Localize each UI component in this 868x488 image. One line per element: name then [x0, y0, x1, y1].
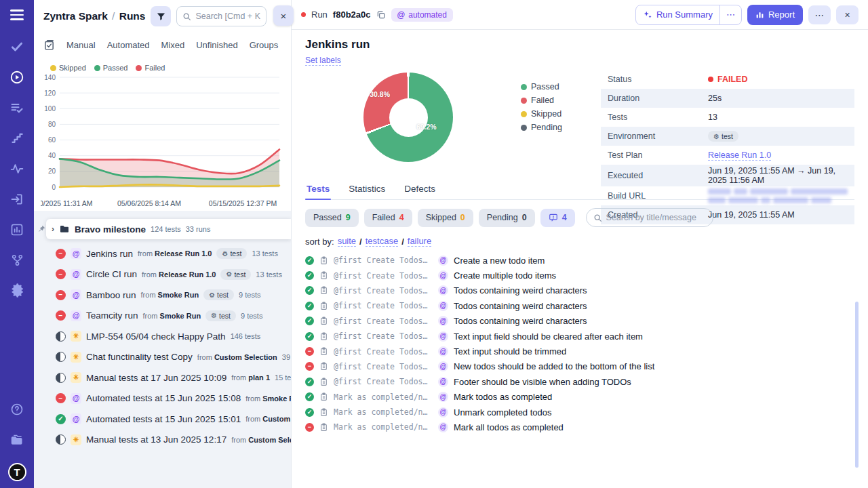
projects-folder-icon[interactable] — [9, 432, 24, 447]
run-list-item[interactable]: ✳ Manual tests at 17 Jun 2025 10:09 from… — [34, 367, 291, 388]
run-summary-button[interactable]: Run Summary — [636, 5, 719, 24]
reports-icon[interactable] — [9, 222, 24, 237]
breadcrumb-project[interactable]: Zyntra Spark — [43, 10, 108, 22]
import-icon[interactable] — [9, 192, 24, 207]
run-list-item[interactable]: − @ Automated tests at 15 Jun 2025 15:08… — [34, 388, 291, 409]
run-from-value: Custom Selection — [214, 353, 277, 361]
sort-link-failure[interactable]: failure — [408, 236, 431, 247]
clipboard-icon — [319, 347, 328, 356]
run-list-item[interactable]: ✓ @ Automated tests at 15 Jun 2025 15:01… — [34, 409, 291, 430]
panel-close-button[interactable]: × — [273, 5, 294, 26]
run-status-icon — [56, 373, 66, 383]
runs-tab[interactable]: Unfinished — [196, 40, 237, 50]
tests-search-input[interactable] — [606, 213, 706, 222]
tests-icon[interactable] — [9, 39, 24, 54]
help-icon[interactable] — [9, 402, 24, 417]
runs-tab[interactable]: Groups — [250, 40, 279, 50]
automated-test-icon: @ — [438, 285, 448, 296]
detail-tab[interactable]: Statistics — [347, 180, 387, 199]
filter-label: Pending — [487, 213, 518, 222]
testomat-logo[interactable]: T — [8, 463, 26, 481]
test-plan-link[interactable]: Release Run 1.0 — [708, 150, 771, 161]
svg-text:120: 120 — [44, 89, 56, 97]
select-all-icon[interactable] — [43, 39, 55, 51]
runs-search[interactable] — [176, 6, 267, 26]
test-result-row[interactable]: ✓ @first Create Todos… @ Todos containin… — [305, 298, 854, 313]
run-summary-more-button[interactable]: ⋯ — [720, 5, 741, 24]
run-list-item[interactable]: − @ Bamboo run from Smoke Run ⚙test 9 te… — [34, 285, 291, 306]
runs-icon[interactable] — [9, 70, 24, 85]
test-result-row[interactable]: − @first Create Todos… @ New todos shoul… — [305, 359, 854, 374]
detail-row: Environment ⚙test — [601, 127, 854, 146]
test-result-row[interactable]: ✓ @first Create Todos… @ Todos containin… — [305, 314, 854, 329]
legend-label: Passed — [103, 64, 128, 72]
test-plans-icon[interactable] — [9, 100, 24, 115]
analytics-icon[interactable] — [9, 161, 24, 176]
failed-status-dot — [708, 77, 713, 82]
run-from: from Custom Selection — [231, 436, 291, 444]
report-button[interactable]: Report — [747, 5, 803, 25]
run-list-item[interactable]: − @ Teamcity run from Smoke Run ⚙test 9 … — [34, 306, 291, 327]
close-run-button[interactable]: × — [836, 5, 859, 24]
filter-count: 0 — [460, 213, 465, 222]
runs-search-input[interactable] — [195, 12, 260, 21]
pin-icon[interactable] — [37, 224, 46, 233]
status-filter-pill[interactable]: Pending 0 — [479, 209, 535, 227]
run-list-item[interactable]: − @ Circle CI run from Release Run 1.0 ⚙… — [34, 264, 291, 285]
run-tests-count: 9 tests — [239, 291, 260, 299]
gear-icon: ⚙ — [222, 250, 228, 258]
copy-icon[interactable] — [376, 10, 386, 20]
run-list-item[interactable]: ✳ Manual tests at 13 Jun 2025 12:17 from… — [34, 430, 291, 451]
detail-tab[interactable]: Tests — [305, 180, 331, 199]
detail-row: Test Plan Release Run 1.0 — [601, 146, 854, 165]
status-filter-pill[interactable]: Passed 9 — [305, 209, 359, 227]
test-result-row[interactable]: ✓ @first Create Todos… @ Create a new to… — [305, 253, 854, 268]
sort-link-testcase[interactable]: testcase — [366, 236, 398, 247]
tests-search[interactable] — [586, 208, 713, 227]
status-filter-pill[interactable]: Failed 4 — [364, 209, 412, 227]
test-result-row[interactable]: ✓ @first Create Todos… @ Create multiple… — [305, 268, 854, 283]
test-title: Todos containing weird characters — [454, 316, 587, 326]
test-title: Text input should be trimmed — [454, 346, 566, 357]
automated-test-icon: @ — [438, 422, 448, 432]
branches-icon[interactable] — [9, 253, 24, 268]
automated-test-icon: @ — [438, 270, 448, 281]
test-result-row[interactable]: − @first Create Todos… @ Text input shou… — [305, 344, 854, 359]
run-list-item[interactable]: − @ Jenkins run from Release Run 1.0 ⚙te… — [34, 243, 291, 264]
run-list-item[interactable]: ✳ Chat functinality test Copy from Custo… — [34, 347, 291, 368]
test-result-row[interactable]: − Mark as completed/n… @ Mark all todos … — [305, 420, 854, 434]
runs-tab[interactable]: Manual — [66, 40, 96, 50]
detail-value: 25s — [708, 94, 722, 103]
scrollbar-thumb[interactable] — [855, 302, 859, 468]
run-tests-count: 13 tests — [252, 249, 278, 258]
menu-icon[interactable] — [10, 9, 24, 20]
test-result-row[interactable]: ✓ @first Create Todos… @ Todos containin… — [305, 283, 854, 298]
environment-badge: ⚙test — [220, 269, 251, 280]
set-labels-link[interactable]: Set labels — [305, 56, 341, 66]
run-title: Teamcity run — [86, 310, 138, 321]
automated-test-icon: @ — [438, 392, 448, 402]
milestones-icon[interactable] — [9, 131, 24, 146]
status-filter-pill[interactable]: Skipped 0 — [418, 209, 473, 227]
sort-link-suite[interactable]: suite — [338, 236, 356, 247]
automated-badge[interactable]: @ automated — [391, 8, 453, 22]
more-actions-button[interactable]: ⋯ — [808, 5, 831, 24]
detail-tab[interactable]: Defects — [403, 180, 437, 199]
test-result-row[interactable]: ✓ @first Create Todos… @ Text input fiel… — [305, 329, 854, 344]
settings-icon[interactable] — [9, 283, 24, 298]
run-details-table: Status FAILED Duration 25s Tests 13 — [601, 70, 854, 173]
runs-tab[interactable]: Automated — [107, 40, 150, 50]
test-result-row[interactable]: ✓ Mark as completed/n… @ Mark todos as c… — [305, 390, 854, 405]
runs-tab[interactable]: Mixed — [161, 40, 185, 50]
breadcrumb-page[interactable]: Runs — [119, 10, 146, 22]
chevron-right-icon[interactable]: › — [52, 224, 54, 234]
filter-button[interactable] — [151, 6, 171, 26]
test-result-row[interactable]: ✓ @first Create Todos… @ Footer should b… — [305, 374, 854, 389]
milestone-folder-row[interactable]: › Bravo milestone 124 tests 33 runs — [46, 219, 291, 239]
breadcrumb[interactable]: Zyntra Spark / Runs — [43, 10, 145, 22]
status-filter-pill[interactable]: 4 — [540, 209, 575, 227]
folder-runs-count: 33 runs — [186, 225, 211, 233]
run-list-item[interactable]: ✳ LMP-554 05/04 check Happy Path 146 tes… — [34, 326, 291, 347]
detail-row: Duration 25s — [601, 89, 854, 108]
test-result-row[interactable]: ✓ Mark as completed/n… @ Unmark complete… — [305, 405, 854, 420]
